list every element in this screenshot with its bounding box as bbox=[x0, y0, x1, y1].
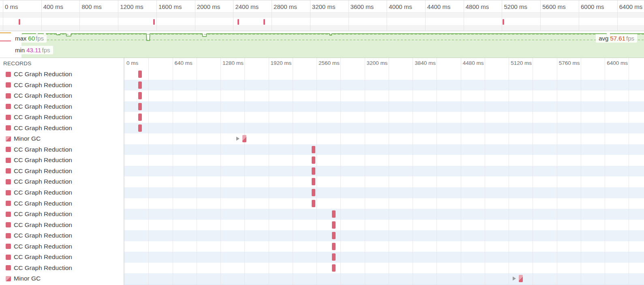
waterfall-bar[interactable] bbox=[312, 189, 315, 196]
record-row[interactable]: CC Graph Reduction bbox=[0, 209, 644, 220]
records-waterfall: RECORDS 0 ms640 ms1280 ms1920 ms2560 ms3… bbox=[0, 58, 644, 285]
overview-gc-marker[interactable] bbox=[153, 19, 155, 25]
waterfall-tick-label: 5760 ms bbox=[559, 60, 580, 66]
record-row[interactable]: CC Graph Reduction bbox=[0, 230, 644, 241]
waterfall-header-track: 0 ms640 ms1280 ms1920 ms2560 ms3200 ms38… bbox=[124, 58, 644, 69]
record-row[interactable]: CC Graph Reduction bbox=[0, 263, 644, 274]
waterfall-bar[interactable] bbox=[138, 114, 142, 121]
waterfall-bar[interactable] bbox=[332, 243, 336, 250]
pane-divider[interactable] bbox=[124, 58, 124, 285]
waterfall-bar[interactable] bbox=[312, 156, 315, 164]
waterfall-tick-label: 5120 ms bbox=[511, 60, 532, 66]
waterfall-tick-label: 1280 ms bbox=[223, 60, 244, 66]
cc-swatch-icon bbox=[6, 190, 11, 195]
records-title: RECORDS bbox=[0, 58, 124, 69]
record-row[interactable]: Minor GC bbox=[0, 133, 644, 144]
record-row[interactable]: CC Graph Reduction bbox=[0, 198, 644, 209]
overview-gc-marker[interactable] bbox=[263, 19, 265, 25]
record-label: Minor GC bbox=[14, 133, 41, 144]
framerate-graph[interactable]: max60fps min43.11fps avg57.61fps bbox=[0, 31, 644, 58]
record-row[interactable]: CC Graph Reduction bbox=[0, 166, 644, 177]
record-label: CC Graph Reduction bbox=[14, 252, 72, 263]
waterfall-bar[interactable] bbox=[332, 264, 336, 272]
record-label: CC Graph Reduction bbox=[14, 166, 72, 177]
cc-swatch-icon bbox=[6, 93, 11, 99]
ruler-tick-label: 800 ms bbox=[81, 3, 101, 10]
minor-gc-swatch-icon bbox=[6, 276, 11, 281]
cc-swatch-icon bbox=[6, 201, 11, 206]
waterfall-bar[interactable] bbox=[138, 124, 142, 132]
waterfall-tick-label: 0 ms bbox=[126, 60, 138, 66]
waterfall-bar[interactable] bbox=[332, 253, 336, 261]
cc-swatch-icon bbox=[6, 125, 11, 131]
waterfall-bar[interactable] bbox=[138, 92, 142, 99]
waterfall-bar[interactable] bbox=[312, 167, 315, 175]
ruler-tick-label: 5200 ms bbox=[504, 3, 528, 10]
waterfall-bar[interactable] bbox=[138, 71, 142, 78]
overview-markers-lane bbox=[0, 18, 644, 25]
record-row[interactable]: CC Graph Reduction bbox=[0, 241, 644, 252]
waterfall-bar[interactable] bbox=[312, 178, 315, 185]
record-row[interactable]: CC Graph Reduction bbox=[0, 155, 644, 166]
overview-lane bbox=[0, 25, 644, 31]
record-row[interactable]: CC Graph Reduction bbox=[0, 101, 644, 112]
record-row[interactable]: CC Graph Reduction bbox=[0, 252, 644, 263]
waterfall-bar[interactable] bbox=[312, 200, 315, 207]
fps-min-value: 43.11 bbox=[26, 47, 41, 54]
record-label: CC Graph Reduction bbox=[14, 187, 72, 198]
cc-swatch-icon bbox=[6, 147, 11, 152]
record-label: CC Graph Reduction bbox=[14, 220, 72, 231]
record-row[interactable]: CC Graph Reduction bbox=[0, 80, 644, 91]
waterfall-tick-label: 1920 ms bbox=[271, 60, 292, 66]
waterfall-tick-label: 4480 ms bbox=[463, 60, 484, 66]
cc-swatch-icon bbox=[6, 82, 11, 88]
ruler-tick-label: 0 ms bbox=[5, 3, 18, 10]
records-header-row: RECORDS 0 ms640 ms1280 ms1920 ms2560 ms3… bbox=[0, 58, 644, 69]
record-row[interactable]: CC Graph Reduction bbox=[0, 123, 644, 134]
record-row[interactable]: CC Graph Reduction bbox=[0, 176, 644, 187]
fps-max-label: max60fps bbox=[12, 34, 47, 43]
expand-arrow-icon[interactable] bbox=[236, 137, 240, 141]
waterfall-tick-label: 640 ms bbox=[175, 60, 193, 66]
overview-gc-marker[interactable] bbox=[503, 19, 504, 25]
record-label: CC Graph Reduction bbox=[14, 144, 72, 155]
cc-swatch-icon bbox=[6, 255, 11, 260]
waterfall-tick-label: 6400 ms bbox=[607, 60, 628, 66]
record-row[interactable]: CC Graph Reduction bbox=[0, 90, 644, 101]
waterfall-bar[interactable] bbox=[138, 103, 142, 110]
record-row[interactable]: CC Graph Reduction bbox=[0, 220, 644, 231]
overview-gc-marker[interactable] bbox=[19, 19, 20, 25]
waterfall-tick-label: 2560 ms bbox=[319, 60, 340, 66]
waterfall-bar[interactable] bbox=[242, 135, 246, 142]
expand-arrow-icon[interactable] bbox=[513, 276, 516, 281]
waterfall-bar[interactable] bbox=[332, 232, 336, 239]
performance-panel: 0 ms400 ms800 ms1200 ms1600 ms2000 ms240… bbox=[0, 0, 644, 285]
ruler-tick-label: 3600 ms bbox=[351, 3, 374, 10]
records-rows: CC Graph ReductionCC Graph ReductionCC G… bbox=[0, 69, 644, 284]
record-row[interactable]: CC Graph Reduction bbox=[0, 112, 644, 123]
record-label: CC Graph Reduction bbox=[14, 80, 72, 91]
ruler-tick-label: 1600 ms bbox=[158, 3, 182, 10]
timeline-overview[interactable]: 0 ms400 ms800 ms1200 ms1600 ms2000 ms240… bbox=[0, 0, 644, 31]
ruler-tick-label: 4400 ms bbox=[427, 3, 451, 10]
ruler-tick-label: 400 ms bbox=[43, 3, 63, 10]
record-label: CC Graph Reduction bbox=[14, 209, 72, 220]
ruler-tick-label: 6400 ms bbox=[619, 3, 643, 10]
cc-swatch-icon bbox=[6, 115, 11, 120]
record-label: CC Graph Reduction bbox=[14, 69, 72, 80]
waterfall-bar[interactable] bbox=[332, 210, 336, 218]
record-row[interactable]: CC Graph Reduction bbox=[0, 144, 644, 155]
record-row[interactable]: CC Graph Reduction bbox=[0, 187, 644, 198]
minor-gc-swatch-icon bbox=[6, 136, 11, 141]
ruler-tick-label: 5600 ms bbox=[542, 3, 566, 10]
record-label: CC Graph Reduction bbox=[14, 263, 72, 274]
record-row[interactable]: Minor GC bbox=[0, 273, 644, 284]
fps-max-value: 60 bbox=[28, 35, 35, 42]
record-label: CC Graph Reduction bbox=[14, 241, 72, 252]
waterfall-bar[interactable] bbox=[332, 221, 336, 229]
record-row[interactable]: CC Graph Reduction bbox=[0, 69, 644, 80]
waterfall-bar[interactable] bbox=[138, 81, 142, 89]
waterfall-bar[interactable] bbox=[312, 146, 315, 153]
waterfall-bar[interactable] bbox=[519, 275, 523, 282]
overview-gc-marker[interactable] bbox=[237, 19, 239, 25]
